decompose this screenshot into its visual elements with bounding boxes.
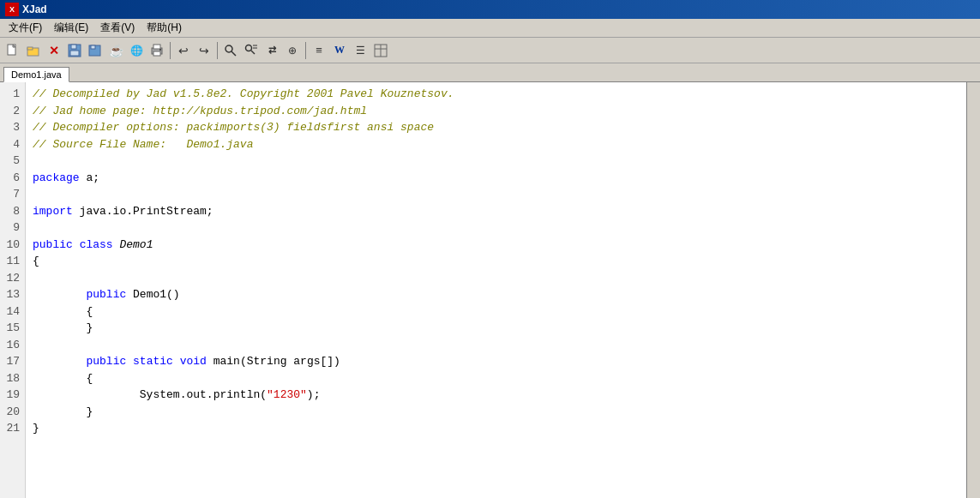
menu-file[interactable]: 文件(F) xyxy=(3,19,47,37)
line-number: 4 xyxy=(5,136,20,153)
menu-bar: 文件(F) 编辑(E) 查看(V) 帮助(H) xyxy=(0,19,980,38)
code-token: import xyxy=(33,205,73,218)
tab-demo1[interactable]: Demo1.java xyxy=(3,67,69,82)
svg-line-16 xyxy=(251,51,255,54)
toolbar: ✕ ☕ 🌐 ↩ ↪ ⇄ ⊕ ≡ W ☰ xyxy=(0,38,980,63)
code-line: System.out.println("1230"); xyxy=(33,387,959,404)
code-token: java.io.PrintStream; xyxy=(73,205,213,218)
main-content: 123456789101112131415161718192021 // Dec… xyxy=(0,82,980,498)
svg-rect-10 xyxy=(153,45,160,49)
code-line: } xyxy=(33,420,959,437)
code-token: main(String args[]) xyxy=(207,355,340,368)
code-token: ); xyxy=(307,388,321,401)
toolbar-print-btn[interactable] xyxy=(147,41,166,60)
toolbar-table-btn[interactable] xyxy=(371,41,390,60)
code-token: // Decompiled by Jad v1.5.8e2. Copyright… xyxy=(33,87,454,100)
code-token: { xyxy=(33,305,93,318)
line-number: 6 xyxy=(5,170,20,187)
toolbar-undo-btn[interactable]: ↩ xyxy=(174,41,193,60)
toolbar-list-btn[interactable]: ☰ xyxy=(351,41,370,60)
line-number: 13 xyxy=(5,286,20,303)
code-line: { xyxy=(33,370,959,387)
code-token xyxy=(33,288,86,301)
line-number: 7 xyxy=(5,186,20,203)
code-line: public static void main(String args[]) xyxy=(33,353,959,370)
code-token: { xyxy=(33,255,39,267)
svg-rect-6 xyxy=(70,51,79,56)
code-line: } xyxy=(33,320,959,337)
code-editor[interactable]: // Decompiled by Jad v1.5.8e2. Copyright… xyxy=(26,82,966,498)
code-line xyxy=(33,270,959,287)
app-icon: X xyxy=(5,3,19,16)
svg-line-14 xyxy=(231,51,236,56)
code-token: public xyxy=(33,238,73,251)
scrollbar[interactable] xyxy=(966,82,980,498)
toolbar-goto-btn[interactable]: ⊕ xyxy=(283,41,302,60)
toolbar-web-btn[interactable]: 🌐 xyxy=(127,41,146,60)
code-token: public xyxy=(86,355,126,368)
code-line: // Source File Name: Demo1.java xyxy=(33,136,959,153)
code-token xyxy=(173,355,180,368)
menu-edit[interactable]: 编辑(E) xyxy=(49,19,93,37)
line-number: 5 xyxy=(5,153,20,170)
toolbar-bold-btn[interactable]: W xyxy=(330,41,349,60)
svg-point-13 xyxy=(225,45,232,52)
code-token: Demo1() xyxy=(126,288,179,301)
toolbar-saveall-btn[interactable] xyxy=(86,41,105,60)
code-token: // Decompiler options: packimports(3) fi… xyxy=(33,121,434,134)
toolbar-java-btn[interactable]: ☕ xyxy=(106,41,125,60)
code-token: } xyxy=(33,422,39,435)
code-line: // Jad home page: http://kpdus.tripod.co… xyxy=(33,103,959,120)
window-title: XJad xyxy=(22,3,47,15)
code-token: "1230" xyxy=(267,388,307,401)
code-token: void xyxy=(180,355,207,368)
code-token: a; xyxy=(80,171,99,184)
code-token: Demo1 xyxy=(119,238,153,251)
line-number: 8 xyxy=(5,203,20,220)
svg-rect-11 xyxy=(153,51,160,56)
toolbar-findall-btn[interactable] xyxy=(242,41,261,60)
code-line: public Demo1() xyxy=(33,286,959,303)
toolbar-redo-btn[interactable]: ↪ xyxy=(195,41,213,60)
code-token: class xyxy=(80,238,113,251)
line-numbers: 123456789101112131415161718192021 xyxy=(0,82,26,498)
code-token xyxy=(126,355,133,368)
toolbar-save-btn[interactable] xyxy=(65,41,84,60)
svg-point-15 xyxy=(246,45,252,51)
toolbar-find-btn[interactable] xyxy=(221,41,240,60)
toolbar-sep-1 xyxy=(170,42,171,59)
code-token: public xyxy=(86,288,126,301)
code-token: // Source File Name: Demo1.java xyxy=(33,138,253,151)
line-number: 21 xyxy=(5,420,20,437)
toolbar-new-btn[interactable] xyxy=(3,41,22,60)
menu-view[interactable]: 查看(V) xyxy=(95,19,140,37)
line-number: 16 xyxy=(5,337,20,354)
line-number: 12 xyxy=(5,270,20,287)
menu-help[interactable]: 帮助(H) xyxy=(141,19,187,37)
toolbar-sep-2 xyxy=(217,42,218,59)
code-line: { xyxy=(33,253,959,270)
toolbar-close-btn[interactable]: ✕ xyxy=(45,41,63,60)
svg-point-12 xyxy=(159,49,161,51)
toolbar-open-btn[interactable] xyxy=(24,41,43,60)
code-line: } xyxy=(33,404,959,421)
code-token: static xyxy=(133,355,173,368)
line-number: 20 xyxy=(5,404,20,421)
svg-rect-8 xyxy=(91,45,95,49)
code-token xyxy=(73,238,80,251)
code-line xyxy=(33,219,959,237)
line-number: 14 xyxy=(5,303,20,321)
code-line: import java.io.PrintStream; xyxy=(33,203,959,220)
code-token: System.out.println( xyxy=(33,388,267,401)
tab-bar: Demo1.java xyxy=(0,63,980,82)
code-token xyxy=(33,355,86,368)
code-line: package a; xyxy=(33,170,959,187)
code-line: // Decompiler options: packimports(3) fi… xyxy=(33,119,959,136)
toolbar-replace-btn[interactable]: ⇄ xyxy=(262,41,281,60)
toolbar-align-btn[interactable]: ≡ xyxy=(310,41,328,60)
code-token: // Jad home page: http://kpdus.tripod.co… xyxy=(33,105,367,117)
code-token: package xyxy=(33,171,80,184)
line-number: 10 xyxy=(5,237,20,254)
title-bar: X XJad xyxy=(0,0,980,19)
toolbar-sep-3 xyxy=(305,42,306,59)
